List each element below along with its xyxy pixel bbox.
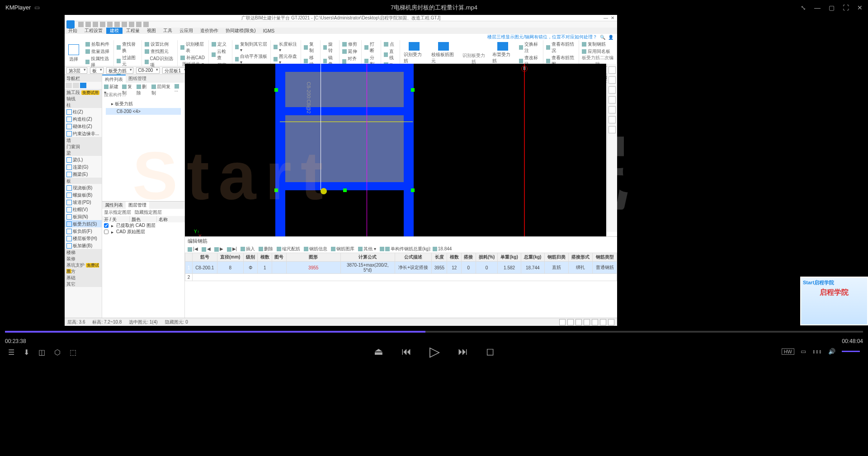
rb-last-icon[interactable]: ▶| bbox=[227, 246, 237, 251]
cp-copy[interactable]: 复制 bbox=[122, 84, 135, 90]
pp-tab-layer[interactable]: 图层管理 bbox=[126, 202, 149, 209]
r-cloud[interactable]: 云检查 bbox=[212, 48, 229, 61]
menu-igms[interactable]: IGMS bbox=[259, 28, 278, 33]
r-drawcad[interactable]: 补画CAD bbox=[180, 55, 206, 61]
nav-l1[interactable]: 梁(L) bbox=[65, 156, 102, 163]
r-copyrebar[interactable]: 复制钢筋 bbox=[582, 41, 614, 47]
r-cadopt[interactable]: CAD识别选项 bbox=[145, 56, 175, 68]
help-question[interactable]: 楼层三维显示图元/轴网有错位，位置不对应如何处理？ bbox=[487, 34, 597, 40]
beam-top[interactable] bbox=[275, 64, 414, 72]
nav-sec-column[interactable]: 柱 bbox=[65, 102, 102, 108]
cp-leaf[interactable]: C8-200 <4> bbox=[106, 108, 181, 115]
3d-icon[interactable]: ⬡ bbox=[54, 348, 61, 357]
cp-new[interactable]: 新建 ▾ bbox=[104, 84, 120, 90]
volume-slider[interactable] bbox=[842, 351, 860, 352]
player-fullscreen-icon[interactable]: ⛶ bbox=[843, 4, 849, 11]
rb-first-icon[interactable]: |◀ bbox=[188, 246, 198, 251]
volume-icon[interactable]: 🔊 bbox=[828, 348, 835, 355]
qa-tool1-icon[interactable] bbox=[107, 22, 113, 27]
nav-sec-slab[interactable]: 板 bbox=[65, 178, 102, 184]
rt-eye-icon[interactable] bbox=[609, 106, 616, 113]
nav-sec-earth[interactable]: 土方 bbox=[65, 268, 102, 274]
r-view1[interactable]: 查看布筋情况 bbox=[546, 41, 576, 54]
slab-element[interactable] bbox=[275, 64, 414, 190]
r-idfloor[interactable]: 识别楼层表 bbox=[180, 41, 206, 54]
cp-tab-list[interactable]: 构件列表 bbox=[102, 75, 126, 83]
st-t2-icon[interactable] bbox=[567, 319, 574, 325]
download-icon[interactable]: ⬇ bbox=[24, 348, 29, 357]
rebar-table[interactable]: 筋号直径(mm)级别 根数图号图形 计算公式公式描述长度 根数搭接损耗(%) 单… bbox=[185, 253, 617, 281]
prev-icon[interactable]: ⏮ bbox=[401, 346, 411, 357]
menu-cloud[interactable]: 云应用 bbox=[176, 28, 197, 34]
rt-section-icon[interactable] bbox=[609, 86, 616, 94]
cp-del[interactable]: 删除 bbox=[137, 84, 150, 90]
next-icon[interactable]: ⏭ bbox=[458, 346, 468, 357]
pp-tab-prop[interactable]: 属性列表 bbox=[102, 202, 126, 209]
st-t1-icon[interactable] bbox=[559, 319, 566, 325]
rt-layer-icon[interactable] bbox=[609, 76, 616, 84]
qa-tool5-icon[interactable] bbox=[136, 22, 142, 27]
nav-zhu1[interactable]: 柱(Z) bbox=[65, 108, 102, 115]
nav-sec-other[interactable]: 其它 bbox=[65, 281, 102, 287]
ribbon-idrebar[interactable]: 识别受力筋 bbox=[400, 40, 428, 66]
nav-zhu4[interactable]: 约束边缘非... bbox=[65, 130, 102, 137]
menu-quantity[interactable]: 工程量 bbox=[123, 28, 143, 34]
qa-save-icon[interactable] bbox=[85, 22, 91, 27]
rb-lib[interactable]: 钢筋图库 bbox=[331, 246, 354, 252]
ribbon-layout[interactable]: 布置受力筋 bbox=[489, 40, 516, 66]
r-apply[interactable]: 应用同名板 bbox=[582, 48, 614, 55]
nav-b6[interactable]: 板受力筋(S) bbox=[65, 220, 102, 227]
player-minimize-icon[interactable]: — bbox=[814, 4, 821, 11]
qa-open-icon[interactable] bbox=[78, 22, 84, 27]
qa-tool3-icon[interactable] bbox=[122, 22, 127, 27]
nav-sec-found[interactable]: 基础 bbox=[65, 274, 102, 281]
playlist-icon[interactable]: ☰ bbox=[8, 348, 14, 357]
menu-start[interactable]: 开始 bbox=[65, 28, 81, 34]
rb-other[interactable]: 其他 ▾ bbox=[358, 246, 376, 252]
dd-type[interactable]: 板 bbox=[90, 67, 104, 74]
r-copy[interactable]: 复制 bbox=[304, 41, 317, 54]
dd-layer[interactable]: 分层板1 bbox=[162, 67, 188, 74]
beam-mid[interactable] bbox=[275, 107, 414, 115]
nav-b4[interactable]: 柱帽(V) bbox=[65, 206, 102, 213]
r-save[interactable]: 图元存盘 ▾ bbox=[274, 53, 298, 65]
r-filter[interactable]: 过滤图元 bbox=[117, 55, 138, 67]
player-maximize-icon[interactable]: ▢ bbox=[829, 4, 835, 11]
rb-scale[interactable]: 缩尺配筋 bbox=[277, 246, 300, 252]
r-trim[interactable]: 修剪 bbox=[342, 41, 359, 47]
st-t3-icon[interactable] bbox=[576, 319, 582, 325]
grip-bm[interactable] bbox=[343, 188, 347, 192]
nav-b2[interactable]: 螺旋板(B) bbox=[65, 191, 102, 198]
nav-sec-door[interactable]: 门窗洞 bbox=[65, 143, 102, 150]
app-close-icon[interactable]: ✕ bbox=[611, 15, 614, 20]
hw-badge[interactable]: HW bbox=[782, 348, 794, 355]
nav-b8[interactable]: 楼层板带(H) bbox=[65, 235, 102, 242]
dd-floor[interactable]: 第3层 bbox=[66, 67, 87, 74]
nav-sec-deco[interactable]: 装修 bbox=[65, 255, 102, 262]
r-line[interactable]: 直线 bbox=[384, 48, 397, 61]
nav-b9[interactable]: 板加腋(B) bbox=[65, 242, 102, 249]
pp-chk2[interactable] bbox=[104, 230, 108, 234]
nav-b1[interactable]: 现浇板(B) bbox=[65, 184, 102, 191]
r-scale[interactable]: 设置比例 bbox=[145, 41, 175, 47]
player-close-icon[interactable]: ✕ bbox=[857, 4, 863, 11]
menu-collab[interactable]: 协同建模(限免) bbox=[222, 28, 259, 34]
grip-tl[interactable] bbox=[274, 88, 278, 92]
r-findel[interactable]: 查找图元 bbox=[145, 48, 175, 55]
rebar-row-1[interactable]: 1 C8-200.18Φ 1 3955 3870-15+max(200/2, 5… bbox=[185, 262, 617, 274]
rt-cube-icon[interactable] bbox=[609, 66, 616, 74]
vr-icon[interactable]: ◫ bbox=[38, 348, 45, 357]
menu-settings[interactable]: 工程设置 bbox=[81, 28, 106, 34]
menu-cost[interactable]: 造价协作 bbox=[197, 28, 222, 34]
r-find[interactable]: 查找替换 bbox=[117, 41, 138, 54]
drawing-canvas[interactable]: 8 8 C8-200:C8@2 Y↑→X 📌 按鼠标左键指定第一个角点，或拾取构… bbox=[185, 64, 606, 245]
menu-view[interactable]: 视图 bbox=[143, 28, 160, 34]
eject-icon[interactable]: ⏏ bbox=[374, 346, 383, 357]
nav-b3[interactable]: 坡道(PD) bbox=[65, 198, 102, 206]
qa-tool6-icon[interactable] bbox=[143, 22, 149, 27]
nav-sec-axis[interactable]: 轴线 bbox=[65, 95, 102, 102]
st-t4-icon[interactable] bbox=[584, 319, 590, 325]
r-copylayer[interactable]: 复制到其它层 ▾ bbox=[235, 41, 268, 52]
nav-construction[interactable]: 施工段 免费试用 bbox=[65, 89, 102, 95]
nav-list-icon[interactable] bbox=[73, 83, 79, 88]
